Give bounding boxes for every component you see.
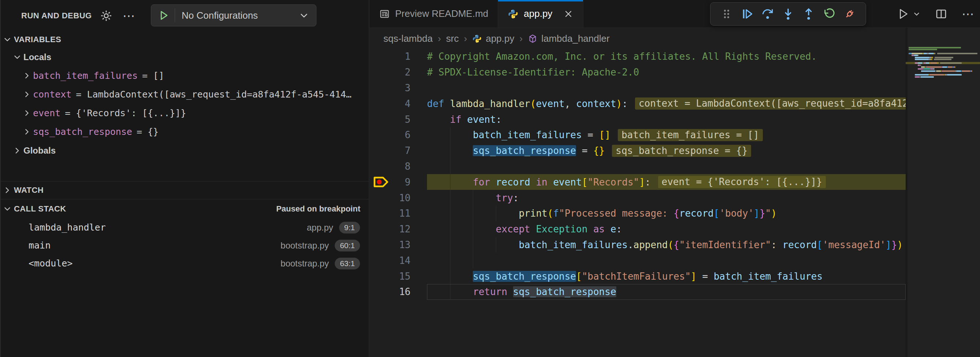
code-line-9[interactable]: 9 for record in event["Records"]:event =… [369, 174, 906, 190]
code-line-16[interactable]: 16 return sqs_batch_response [369, 284, 906, 300]
code-line-5[interactable]: 5 if event: [369, 112, 906, 127]
line-content[interactable]: return sqs_batch_response [427, 284, 906, 300]
gutter[interactable]: 11 [369, 206, 427, 222]
breadcrumb-item[interactable]: src [446, 33, 459, 45]
line-content[interactable]: sqs_batch_response["batchItemFailures"] … [427, 268, 906, 284]
disconnect-button[interactable] [843, 7, 856, 21]
code-line-4[interactable]: 4def lambda_handler(event, context):cont… [369, 96, 906, 112]
step-into-button[interactable] [781, 7, 795, 21]
code-line-15[interactable]: 15 sqs_batch_response["batchItemFailures… [369, 268, 906, 284]
code-line-8[interactable]: 8 [369, 159, 906, 174]
gutter[interactable]: 1 [369, 49, 427, 64]
variable-row[interactable]: sqs_batch_response = {} [1, 123, 369, 141]
editor-actions: ⋯ [897, 0, 974, 27]
gutter[interactable]: 7 [369, 143, 427, 159]
line-content[interactable] [427, 80, 906, 96]
debug-configuration-dropdown[interactable]: No Configurations [151, 5, 317, 26]
breadcrumb-item[interactable]: sqs-lambda [383, 33, 433, 45]
line-content[interactable]: for record in event["Records"]:event = {… [427, 174, 906, 190]
gutter[interactable]: 6 [369, 127, 427, 143]
run-python-file-button[interactable] [897, 7, 921, 21]
chevron-down-icon[interactable] [913, 10, 921, 18]
gutter[interactable]: 4 [369, 96, 427, 112]
code-line-14[interactable]: 14 [369, 253, 906, 268]
gutter[interactable]: 10 [369, 190, 427, 206]
line-content[interactable]: batch_item_failures = []batch_item_failu… [427, 127, 906, 143]
chevron-down-icon [11, 53, 24, 62]
line-content[interactable]: print(f"Processed message: {record['body… [427, 206, 906, 222]
line-content[interactable]: sqs_batch_response = {}sqs_batch_respons… [427, 143, 906, 159]
breakpoint-current-line-icon[interactable] [372, 175, 391, 191]
callstack-frame[interactable]: main bootstrap.py 60:1 [1, 236, 369, 254]
breadcrumb-item[interactable]: app.py [472, 33, 514, 45]
gutter[interactable]: 16 [369, 284, 427, 300]
variable-row[interactable]: batch_item_failures = [] [1, 66, 369, 85]
line-content[interactable]: batch_item_failures.append({"itemIdentif… [427, 237, 906, 253]
tab-preview-readme-md[interactable]: Preview README.md [369, 0, 498, 27]
gutter[interactable]: 15 [369, 268, 427, 284]
line-content[interactable] [427, 159, 906, 174]
gutter[interactable]: 9 [369, 174, 427, 190]
code-line-6[interactable]: 6 batch_item_failures = []batch_item_fai… [369, 127, 906, 143]
line-number: 15 [392, 271, 410, 282]
gear-icon[interactable] [99, 9, 113, 23]
line-content[interactable]: # SPDX-License-Identifier: Apache-2.0 [427, 64, 906, 80]
code-token: " [765, 208, 771, 219]
code-line-7[interactable]: 7 sqs_batch_response = {}sqs_batch_respo… [369, 143, 906, 159]
scope-row-globals[interactable]: Globals [1, 141, 369, 160]
more-actions-button[interactable]: ⋯ [962, 12, 974, 16]
watch-section-header[interactable]: WATCH [1, 182, 369, 199]
code-token: = [576, 145, 593, 156]
start-debugging-icon[interactable] [157, 9, 170, 22]
callstack-frame[interactable]: lambda_handler app.py 9:1 [1, 218, 369, 236]
line-content[interactable]: # Copyright Amazon.com, Inc. or its affi… [427, 49, 906, 64]
gutter[interactable]: 14 [369, 253, 427, 268]
variable-row[interactable]: event = {'Records': [{...}]} [1, 104, 369, 123]
code-line-12[interactable]: 12 except Exception as e: [369, 222, 906, 237]
callstack-frame[interactable]: <module> bootstrap.py 63:1 [1, 254, 369, 273]
frame-function: lambda_handler [29, 222, 106, 233]
code-line-3[interactable]: 3 [369, 80, 906, 96]
scope-row-locals[interactable]: Locals [1, 48, 369, 66]
variables-section-header[interactable]: VARIABLES [1, 32, 369, 48]
code-line-11[interactable]: 11 print(f"Processed message: {record['b… [369, 206, 906, 222]
minimap-line [935, 53, 935, 54]
code-token: batch_item_failures [519, 239, 627, 250]
continue-button[interactable] [740, 7, 754, 21]
gutter[interactable]: 13 [369, 237, 427, 253]
line-content[interactable]: def lambda_handler(event, context):conte… [427, 96, 906, 112]
line-content[interactable]: except Exception as e: [427, 222, 906, 237]
minimap[interactable] [906, 28, 980, 357]
callstack-section-header[interactable]: CALL STACK Paused on breakpoint [1, 199, 369, 218]
gutter[interactable]: 2 [369, 64, 427, 80]
gutter[interactable]: 3 [369, 80, 427, 96]
line-content[interactable]: try: [427, 190, 906, 206]
gutter[interactable]: 12 [369, 222, 427, 237]
step-out-button[interactable] [802, 7, 815, 21]
code-token: ( [530, 98, 536, 109]
code-line-10[interactable]: 10 try: [369, 190, 906, 206]
minimap-line [962, 70, 970, 72]
code-line-13[interactable]: 13 batch_item_failures.append({"itemIden… [369, 237, 906, 253]
gutter[interactable]: 5 [369, 112, 427, 127]
drag-handle[interactable] [720, 7, 733, 21]
tab-app-py[interactable]: app.py [498, 0, 583, 27]
gutter[interactable]: 8 [369, 159, 427, 174]
code-token: "Processed message: [559, 208, 673, 219]
breadcrumb-item[interactable]: lambda_handler [528, 33, 609, 45]
code-line-2[interactable]: 2# SPDX-License-Identifier: Apache-2.0 [369, 64, 906, 80]
code-editor[interactable]: 1# Copyright Amazon.com, Inc. or its aff… [369, 49, 906, 300]
code-line-1[interactable]: 1# Copyright Amazon.com, Inc. or its aff… [369, 49, 906, 64]
step-over-button[interactable] [761, 7, 774, 21]
line-content[interactable] [427, 253, 906, 268]
more-actions-icon[interactable]: ⋯ [123, 12, 135, 19]
minimap-line [948, 66, 953, 68]
split-editor-button[interactable] [935, 7, 948, 21]
close-icon[interactable] [563, 9, 573, 19]
minimap-line [912, 54, 914, 56]
code-token: sqs_batch_response [473, 145, 576, 156]
variable-row[interactable]: context = LambdaContext([aws_request_id=… [1, 85, 369, 104]
restart-button[interactable] [822, 7, 836, 21]
line-content[interactable]: if event: [427, 112, 906, 127]
code-token: record [496, 177, 530, 188]
